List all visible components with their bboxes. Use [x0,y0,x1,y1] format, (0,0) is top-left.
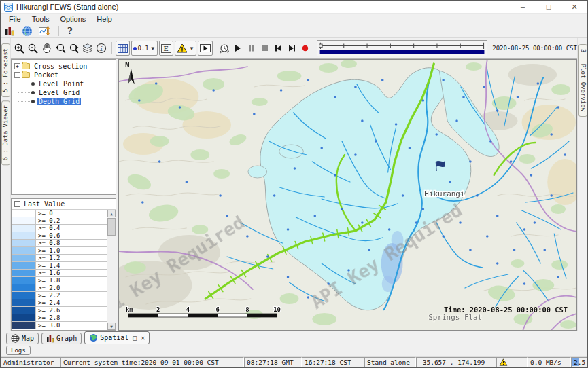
tab-map[interactable]: Map [6,333,39,344]
tree-item-pocket[interactable]: -Pocket [12,71,116,79]
legend-row: >= 0 [12,210,107,217]
maximize-button[interactable]: □ [536,1,561,13]
tree-item-depth-grid[interactable]: Depth Grid [12,97,116,106]
pause-button[interactable] [245,41,258,56]
scroll-up-icon[interactable]: ▲ [107,210,116,217]
folder-icon [22,72,30,78]
legend-swatch [12,217,36,224]
tree-expander-icon[interactable]: - [14,72,20,78]
close-button[interactable]: ✕ [561,1,587,13]
warning-icon [499,358,508,366]
logs-button[interactable]: Logs [6,346,31,355]
tree-item-level-point[interactable]: Level Point [12,79,116,88]
help-button[interactable]: ? [67,26,73,36]
tree-item-cross-section[interactable]: +Cross-section [12,62,116,71]
animation-button[interactable] [198,41,213,56]
label-toggle-button[interactable]: E [159,41,173,56]
tab-data-viewer[interactable]: 6 : Data Viewer [1,100,10,165]
bottom-tab-bar: Map Graph Spatial □ ✕ [1,331,587,344]
menu-file[interactable]: File [3,14,27,24]
legend-row: >= 1.0 [12,247,107,255]
menu-tools[interactable]: Tools [27,14,55,24]
spatial-display-icon[interactable] [22,26,33,37]
legend-row: >= 0.6 [12,232,107,240]
legend-scrollbar[interactable]: ▲ ▼ [107,210,116,330]
zoom-in-button[interactable] [14,41,26,56]
legend-panel: Last Value >= 0>= 0.2>= 0.4>= 0.6>= 0.8>… [11,198,116,331]
svg-text:i: i [99,45,103,52]
legend-label: >= 0 [36,210,53,217]
legend-label: >= 2.6 [36,307,60,314]
zoom-previous-button[interactable] [54,41,67,56]
legend-swatch [12,225,36,232]
data-viewer-panel: +Cross-section-PocketLevel PointLevel Gr… [11,59,116,331]
scroll-down-icon[interactable]: ▼ [107,323,116,330]
status-warning-cell[interactable] [496,357,528,367]
step-back-button[interactable] [273,41,285,56]
menu-options[interactable]: Options [54,14,91,24]
svg-text:N: N [125,60,130,69]
tab-graph[interactable]: Graph [41,333,82,344]
legend-label: >= 1.0 [36,247,60,254]
tab-close-icon[interactable]: ✕ [141,334,145,342]
legend-swatch [12,240,36,246]
warning-dropdown[interactable]: ▼ [175,41,196,56]
status-bar: Administrator Current system time:2020-0… [1,356,587,367]
legend-swatch [12,270,36,276]
legend-swatch [12,307,36,314]
tab-spatial-label: Spatial [100,334,128,342]
status-download-rate: 0.0 MB/s [528,357,571,367]
legend-label: >= 1.2 [36,255,60,261]
map-view[interactable]: API Key Required API Key Required Hikura… [118,59,577,331]
legend-swatch [12,284,36,291]
pan-button[interactable] [41,41,53,56]
zoom-out-button[interactable] [27,41,39,56]
tree-item-level-grid[interactable]: Level Grid [12,88,116,97]
timeseries-dialog-icon[interactable] [39,26,50,37]
warning-icon [177,43,188,53]
minimize-button[interactable]: – [510,1,536,13]
tab-spatial[interactable]: Spatial □ ✕ [84,331,150,344]
last-value-checkbox[interactable] [14,201,20,207]
explorer-icon[interactable] [5,26,16,36]
tab-maximize-icon[interactable]: □ [133,334,137,342]
legend-swatch [12,277,36,284]
step-forward-button[interactable] [286,41,298,56]
legend-list: >= 0>= 0.2>= 0.4>= 0.6>= 0.8>= 1.0>= 1.2… [12,210,107,330]
legend-label: >= 2.2 [36,292,60,299]
menu-bar: FileToolsOptionsHelp [1,14,587,24]
timestep-clock-button[interactable] [218,41,230,56]
record-button[interactable] [299,41,311,56]
timeline-slider[interactable] [317,40,487,56]
dot-size-dropdown[interactable]: 0.1 ▼ [131,41,157,56]
legend-label: >= 2.0 [36,284,60,291]
place-label-hikurangi: Hikurangi [424,189,464,198]
tree-expander-icon[interactable]: + [14,63,20,69]
place-label-springs-flat: Springs Flat [428,313,482,322]
right-tab-strip: 3 : Plot Overview [577,38,587,331]
stop-button[interactable] [259,41,271,56]
grid-display-button[interactable] [116,41,130,56]
window-title: Hikurangi FEWS (Stand alone) [16,3,510,11]
legend-swatch [12,210,36,217]
legend-swatch [12,299,36,306]
tab-graph-label: Graph [56,335,77,342]
legend-row: >= 1.2 [12,255,107,262]
legend-label: >= 0.2 [36,217,60,224]
wire-globe-icon [11,334,20,343]
dot-icon [133,47,137,50]
chevron-down-icon: ▼ [189,45,194,52]
layers-button[interactable] [82,41,94,56]
tab-plot-overview[interactable]: 3 : Plot Overview [578,44,587,116]
legend-row: >= 0.4 [12,225,107,232]
chevron-down-icon: ▼ [150,45,156,52]
menu-help[interactable]: Help [91,14,118,24]
play-button[interactable] [232,41,244,56]
scrollbar-thumb[interactable] [107,218,116,236]
tab-forecast[interactable]: 5 : Forecast [1,43,10,97]
zoom-next-button[interactable] [68,41,80,56]
legend-label: >= 2.8 [36,314,60,321]
title-bar[interactable]: Hikurangi FEWS (Stand alone) – □ ✕ [1,1,587,14]
legend-label: >= 1.6 [36,270,60,276]
info-button[interactable]: i [95,41,107,56]
